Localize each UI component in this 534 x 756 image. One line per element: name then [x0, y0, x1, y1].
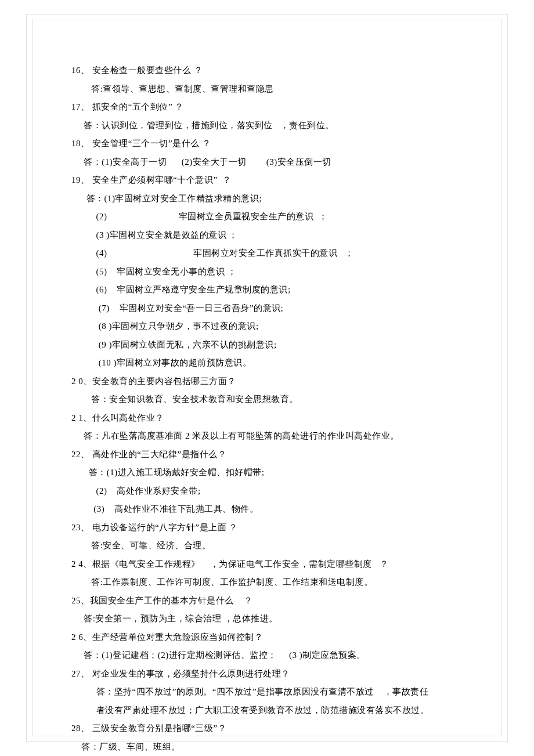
text-line: 答：(1)安全高于一切 (2)安全大于一切 (3)安全压倒一切: [71, 153, 464, 172]
text-line: 答：(1)进入施工现场戴好安全帽、扣好帽带;: [71, 464, 464, 482]
text-line: (3 )牢固树立安全就是效益的意识 ；: [71, 226, 464, 245]
text-line: 答：(1)牢固树立对安全工作精益求精的意识;: [71, 190, 464, 208]
text-line: 答:安全第一，预防为主，综合治理 ，总体推进。: [71, 610, 464, 628]
text-line: 答:查领导、查思想、查制度、查管理和查隐患: [71, 80, 464, 99]
text-line: (2) 高处作业系好安全带;: [71, 482, 464, 501]
text-line: 16、 安全检查一般要查些什么 ？: [71, 62, 464, 80]
text-line: 2 0、安全教育的主要内容包括哪三方面？: [71, 372, 464, 391]
text-line: (3) 高处作业不准往下乱抛工具、物件。: [71, 500, 464, 519]
text-line: 2 1、什么叫高处作业？: [71, 409, 464, 428]
text-line: (7) 牢固树立对安全“吾一日三省吾身”的意识;: [71, 299, 464, 318]
text-line: (6) 牢固树立严格遵守安全生产规章制度的意识;: [71, 281, 464, 299]
text-line: (2) 牢固树立全员重视安全生产的意识 ；: [71, 208, 464, 226]
text-line: 22、 高处作业的“三大纪律”是指什么？: [71, 446, 464, 464]
text-line: (5) 牢固树立安全无小事的意识 ；: [71, 263, 464, 281]
text-line: 18、 安全管理“三个一切”是什么 ？: [71, 135, 464, 153]
text-line: 者没有严肃处理不放过；广大职工没有受到教育不放过，防范措施没有落实不放过。: [71, 701, 464, 720]
document-page: 16、 安全检查一般要查些什么 ？ 答:查领导、查思想、查制度、查管理和查隐患 …: [0, 0, 534, 756]
text-line: 答：安全知识教育、安全技术教育和安全思想教育。: [71, 390, 464, 409]
text-line: 答：认识到位，管理到位，措施到位，落实到位 ，责任到位。: [71, 117, 464, 135]
text-line: (4) 牢固树立对安全工作真抓实干的意识 ；: [71, 244, 464, 263]
text-line: 27、 对企业发生的事故，必须坚持什么原则进行处理？: [71, 665, 464, 683]
text-line: (10 )牢固树立对事故的超前预防意识。: [71, 354, 464, 372]
text-line: 答:安全、可靠、经济、合理。: [71, 537, 464, 555]
text-line: 2 6、生产经营单位对重大危险源应当如何控制？: [71, 628, 464, 647]
text-line: (9 )牢固树立铁面无私，六亲不认的挑剔意识;: [71, 336, 464, 355]
text-line: 23、 电力设备运行的“八字方针”是上面 ？: [71, 519, 464, 537]
text-line: 答：凡在坠落高度基准面 2 米及以上有可能坠落的高处进行的作业叫高处作业。: [71, 427, 464, 446]
text-line: 17、 抓安全的“五个到位” ？: [71, 98, 464, 117]
text-line: 25、我国安全生产工作的基本方针是什么 ？: [71, 592, 464, 610]
text-line: 28、 三级安全教育分别是指哪“三级”？: [71, 719, 464, 738]
text-line: (8 )牢固树立只争朝夕，事不过夜的意识;: [71, 317, 464, 336]
text-line: 答：坚持“四不放过”的原则。“四不放过”是指事故原因没有查清不放过 ，事故责任: [71, 683, 464, 701]
text-line: 19、 安全生产必须树牢哪“十个意识” ？: [71, 171, 464, 190]
text-line: 答：厂级、车间、班组。: [71, 738, 464, 757]
text-line: 答:工作票制度、工作许可制度、工作监护制度、工作结束和送电制度。: [71, 573, 464, 592]
text-line: 答：(1)登记建档；(2)进行定期检测评估、监控； (3 )制定应急预案。: [71, 646, 464, 665]
text-line: 2 4、根据《电气安全工作规程》 ，为保证电气工作安全，需制定哪些制度 ？: [71, 555, 464, 574]
